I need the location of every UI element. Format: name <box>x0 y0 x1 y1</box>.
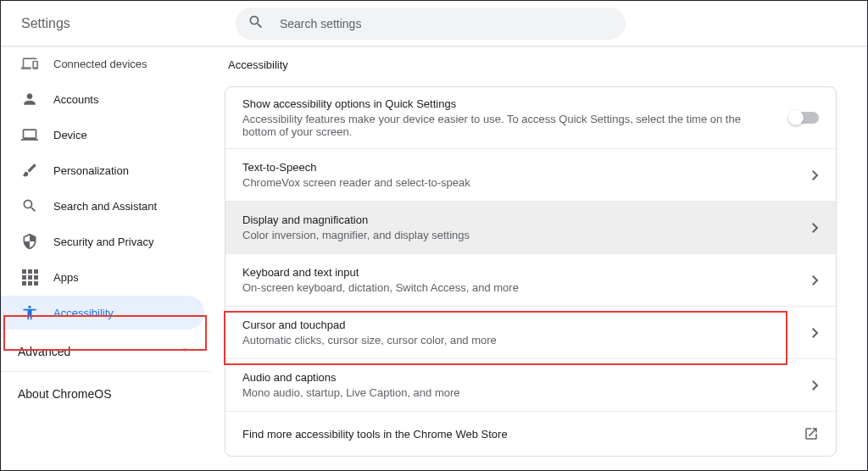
chevron-down-icon <box>179 344 191 358</box>
chevron-right-icon <box>812 170 819 180</box>
row-title: Show accessibility options in Quick Sett… <box>242 97 776 110</box>
main-content: Accessibility Show accessibility options… <box>211 47 867 469</box>
apps-icon <box>21 269 38 285</box>
sidebar-about[interactable]: About ChromeOS <box>1 372 211 401</box>
sidebar-item-accounts[interactable]: Accounts <box>1 82 204 116</box>
sidebar-item-apps[interactable]: Apps <box>1 260 204 294</box>
quick-settings-toggle[interactable] <box>790 112 819 124</box>
row-title: Cursor and touchpad <box>242 319 798 331</box>
row-subtitle: Mono audio, startup, Live Caption, and m… <box>242 386 798 399</box>
accessibility-icon <box>21 304 38 321</box>
row-cursor-touchpad[interactable]: Cursor and touchpad Automatic clicks, cu… <box>225 307 836 359</box>
search-icon <box>21 197 38 214</box>
row-subtitle: Automatic clicks, cursor size, cursor co… <box>242 334 798 346</box>
row-title: Audio and captions <box>242 371 798 384</box>
chevron-right-icon <box>812 275 819 285</box>
accessibility-card: Show accessibility options in Quick Sett… <box>225 86 837 457</box>
sidebar-item-security-privacy[interactable]: Security and Privacy <box>1 224 204 258</box>
sidebar-item-label: Accessibility <box>53 307 114 319</box>
row-subtitle: ChromeVox screen reader and select-to-sp… <box>242 176 798 189</box>
sidebar-item-device[interactable]: Device <box>1 118 204 152</box>
sidebar-item-label: Apps <box>53 271 79 284</box>
row-quick-settings[interactable]: Show accessibility options in Quick Sett… <box>225 87 836 149</box>
search-input[interactable] <box>280 17 614 30</box>
row-keyboard-text-input[interactable]: Keyboard and text input On-screen keyboa… <box>225 254 836 307</box>
sidebar-item-label: Device <box>53 129 87 141</box>
laptop-icon <box>21 126 38 143</box>
chevron-right-icon <box>812 328 819 338</box>
chevron-right-icon <box>812 380 819 391</box>
sidebar-item-label: Security and Privacy <box>53 236 154 248</box>
search-box[interactable] <box>236 8 626 40</box>
app-title: Settings <box>21 16 70 31</box>
row-display-magnification[interactable]: Display and magnification Color inversio… <box>225 202 836 254</box>
about-label: About ChromeOS <box>18 387 112 401</box>
sidebar-item-search-assistant[interactable]: Search and Assistant <box>1 189 204 223</box>
row-title: Find more accessibility tools in the Chr… <box>242 428 790 441</box>
sidebar-advanced-toggle[interactable]: Advanced <box>1 331 211 372</box>
brush-icon <box>21 162 38 179</box>
row-subtitle: On-screen keyboard, dictation, Switch Ac… <box>242 281 798 294</box>
sidebar-item-connected-devices[interactable]: Connected devices <box>1 47 204 80</box>
row-title: Keyboard and text input <box>242 266 798 279</box>
sidebar-item-label: Connected devices <box>53 58 147 70</box>
row-subtitle: Accessibility features make your device … <box>242 113 776 138</box>
row-audio-captions[interactable]: Audio and captions Mono audio, startup, … <box>225 359 836 412</box>
header: Settings <box>1 1 867 47</box>
section-title: Accessibility <box>228 58 837 71</box>
sidebar-item-accessibility[interactable]: Accessibility <box>1 296 204 330</box>
row-title: Text-to-Speech <box>242 161 798 174</box>
sidebar-item-personalization[interactable]: Personalization <box>1 153 204 187</box>
sidebar: Connected devices Accounts Device Person… <box>1 47 211 469</box>
shield-icon <box>21 233 38 250</box>
advanced-label: Advanced <box>18 345 70 358</box>
sidebar-item-label: Search and Assistant <box>53 200 157 213</box>
sidebar-item-label: Accounts <box>53 93 98 106</box>
devices-icon <box>21 55 38 72</box>
row-title: Display and magnification <box>242 213 798 226</box>
search-icon <box>248 14 264 33</box>
person-icon <box>21 91 38 108</box>
row-webstore[interactable]: Find more accessibility tools in the Chr… <box>225 412 836 456</box>
external-link-icon <box>804 426 819 441</box>
row-text-to-speech[interactable]: Text-to-Speech ChromeVox screen reader a… <box>225 149 836 202</box>
chevron-right-icon <box>812 223 819 233</box>
row-subtitle: Color inversion, magnifier, and display … <box>242 229 798 241</box>
sidebar-item-label: Personalization <box>53 164 129 177</box>
